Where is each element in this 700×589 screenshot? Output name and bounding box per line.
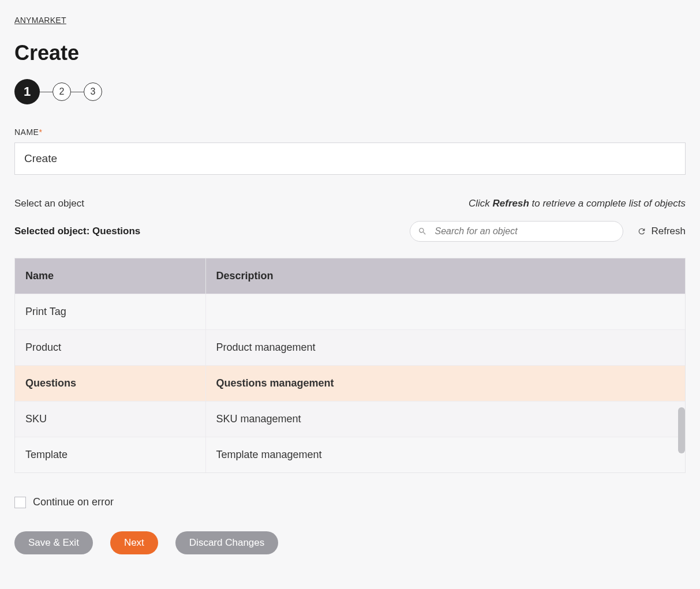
name-input[interactable]: [14, 142, 686, 175]
cell-name: Template: [15, 437, 205, 473]
search-wrap: [410, 221, 623, 242]
cell-name: SKU: [15, 402, 205, 437]
scrollbar[interactable]: [678, 407, 685, 453]
page-title: Create: [14, 41, 686, 65]
col-name[interactable]: Name: [15, 258, 205, 294]
step-3[interactable]: 3: [84, 82, 102, 101]
action-bar: Save & Exit Next Discard Changes: [14, 531, 686, 554]
step-2[interactable]: 2: [53, 82, 71, 101]
refresh-icon: [637, 227, 646, 236]
cell-description: Questions management: [205, 366, 685, 402]
step-1[interactable]: 1: [14, 79, 40, 104]
cell-description: Product management: [205, 330, 685, 366]
table-row-selected[interactable]: Questions Questions management: [15, 366, 685, 402]
cell-description: [205, 294, 685, 330]
continue-on-error-checkbox[interactable]: [14, 497, 26, 508]
table-row[interactable]: SKU SKU management: [15, 402, 685, 437]
continue-on-error-label: Continue on error: [33, 496, 114, 508]
cell-name: Product: [15, 330, 205, 366]
stepper: 1 2 3: [14, 79, 686, 104]
breadcrumb[interactable]: ANYMARKET: [14, 16, 66, 25]
cell-description: SKU management: [205, 402, 685, 437]
step-connector: [71, 92, 84, 92]
table-row[interactable]: Template Template management: [15, 437, 685, 473]
name-label: NAME*: [14, 127, 686, 137]
cell-description: Template management: [205, 437, 685, 473]
refresh-hint: Click Refresh to retrieve a complete lis…: [469, 198, 686, 209]
step-connector: [40, 92, 53, 92]
search-icon: [418, 227, 427, 236]
cell-name: Questions: [15, 366, 205, 402]
next-button[interactable]: Next: [110, 531, 158, 554]
table-row[interactable]: Product Product management: [15, 330, 685, 366]
object-table: Name Description Print Tag Product Produ…: [15, 258, 685, 472]
discard-button[interactable]: Discard Changes: [175, 531, 278, 554]
refresh-button[interactable]: Refresh: [637, 226, 686, 237]
cell-name: Print Tag: [15, 294, 205, 330]
select-object-hint: Select an object: [14, 198, 84, 209]
search-input[interactable]: [410, 221, 623, 242]
col-description[interactable]: Description: [205, 258, 685, 294]
object-table-wrap: Name Description Print Tag Product Produ…: [14, 258, 686, 473]
table-row[interactable]: Print Tag: [15, 294, 685, 330]
selected-object: Selected object: Questions: [14, 226, 140, 237]
save-exit-button[interactable]: Save & Exit: [14, 531, 93, 554]
